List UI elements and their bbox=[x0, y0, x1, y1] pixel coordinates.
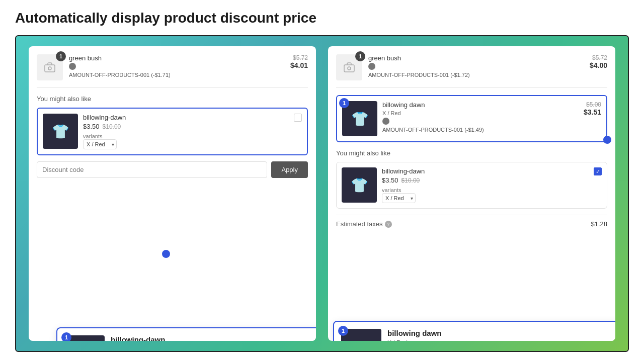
left-upsell-prices: $3.50 $10.00 bbox=[83, 123, 289, 130]
left-upsell-orig: $10.00 bbox=[103, 123, 121, 130]
left-item-name: green bush bbox=[69, 54, 284, 62]
right-highlighted-sale: $3.51 bbox=[584, 108, 601, 116]
right-variant-row: variants X / Red bbox=[382, 187, 589, 203]
left-floating-image-wrap: 👕 1 bbox=[64, 335, 105, 341]
right-upsell-name: billowing-dawn bbox=[382, 167, 589, 175]
taxes-label-text: Estimated taxes bbox=[336, 220, 383, 228]
right-upsell-image: 👕 bbox=[342, 167, 377, 203]
right-upsell-orig: $10.00 bbox=[401, 177, 420, 184]
right-floating-variant-text: X / Red bbox=[387, 339, 612, 341]
right-highlighted-price-col: $5.00 $3.51 bbox=[584, 101, 601, 116]
svg-point-1 bbox=[48, 67, 51, 70]
left-floating-name: billowing-dawn bbox=[111, 335, 311, 341]
right-floating-card: 👕 1 billowing dawn X / Red $5.00 $3.51 A… bbox=[333, 321, 615, 341]
left-discount-tag: AMOUNT-OFF-PRODUCTS-001 (-$1.71) bbox=[69, 72, 284, 78]
right-price-sale: $4.00 bbox=[590, 61, 607, 69]
left-price-sale: $4.01 bbox=[290, 61, 308, 69]
right-discount-tag: AMOUNT-OFF-PRODUCTS-001 (-$1.72) bbox=[368, 72, 584, 78]
jersey-icon-right: 👕 bbox=[351, 177, 368, 194]
right-floating-badge: 1 bbox=[338, 326, 348, 336]
svg-rect-0 bbox=[45, 65, 55, 72]
right-floating-name: billowing dawn bbox=[387, 329, 612, 337]
page-title: Automatically display product discount p… bbox=[15, 10, 629, 26]
right-price-original: $5.72 bbox=[590, 54, 607, 61]
left-variant-label: variants bbox=[83, 133, 117, 139]
right-highlighted-variant: X / Red bbox=[382, 110, 579, 116]
right-panel: 1 green bush AMOUNT-OFF-PRODUCTS-001 (-$… bbox=[328, 46, 615, 341]
svg-point-3 bbox=[348, 67, 351, 70]
jersey-icon-floating-right: 👕 bbox=[353, 341, 370, 341]
left-upsell-name: billowing-dawn bbox=[83, 114, 289, 121]
right-item-name: green bush bbox=[368, 54, 584, 62]
right-variant-select[interactable]: X / Red bbox=[382, 193, 416, 203]
camera-icon bbox=[44, 61, 56, 73]
right-section-title: You might also like bbox=[336, 149, 607, 157]
taxes-label: Estimated taxes ? bbox=[336, 220, 392, 228]
left-floating-details: billowing-dawn $3.50 $10.00 variants X /… bbox=[111, 335, 311, 341]
right-upsell-card[interactable]: 👕 billowing-dawn $3.50 $10.00 variants bbox=[336, 162, 607, 209]
left-price-original: $5.72 bbox=[290, 54, 308, 61]
right-variant-label: variants bbox=[382, 187, 416, 193]
demo-container: 1 green bush AMOUNT-OFF-PRODUCTS-001 (-$… bbox=[15, 35, 629, 352]
right-item-image: 1 bbox=[336, 54, 362, 80]
jersey-icon-right-highlight: 👕 bbox=[351, 111, 369, 127]
taxes-row: Estimated taxes ? $1.28 bbox=[336, 215, 607, 228]
left-upsell-details: billowing-dawn $3.50 $10.00 variants X /… bbox=[83, 114, 289, 149]
left-item-details: green bush AMOUNT-OFF-PRODUCTS-001 (-$1.… bbox=[69, 54, 284, 78]
left-blue-dot bbox=[162, 250, 170, 258]
right-item-badge: 1 bbox=[355, 51, 365, 61]
right-floating-image-wrap: 👕 1 bbox=[341, 329, 381, 341]
camera-icon-right bbox=[343, 61, 355, 73]
right-item-price-col: $5.72 $4.00 bbox=[590, 54, 607, 69]
discount-code-input[interactable] bbox=[37, 161, 267, 178]
left-item-image: 1 bbox=[37, 54, 63, 80]
page-wrapper: Automatically display product discount p… bbox=[0, 0, 644, 362]
jersey-icon-left: 👕 bbox=[52, 123, 69, 140]
right-highlighted-badge: 1 bbox=[339, 98, 349, 108]
left-item-badge: 1 bbox=[56, 51, 66, 61]
right-upsell-details: billowing-dawn $3.50 $10.00 variants X /… bbox=[382, 167, 589, 203]
left-panel: 1 green bush AMOUNT-OFF-PRODUCTS-001 (-$… bbox=[29, 46, 316, 341]
left-floating-card: 👕 1 billowing-dawn $3.50 $10.00 variants bbox=[56, 327, 316, 341]
right-upsell-checkbox[interactable]: ✓ bbox=[594, 167, 602, 175]
left-item-price-col: $5.72 $4.01 bbox=[290, 54, 308, 69]
left-upsell-card[interactable]: 👕 billowing-dawn $3.50 $10.00 variants bbox=[37, 108, 308, 155]
right-select-wrapper[interactable]: X / Red bbox=[382, 193, 416, 203]
right-upsell-sale: $3.50 bbox=[382, 176, 398, 184]
right-item-details: green bush AMOUNT-OFF-PRODUCTS-001 (-$1.… bbox=[368, 54, 584, 78]
left-section-title: You might also like bbox=[37, 95, 308, 103]
left-upsell-image: 👕 bbox=[43, 114, 78, 149]
right-highlighted-orig: $5.00 bbox=[584, 101, 601, 108]
left-cart-item: 1 green bush AMOUNT-OFF-PRODUCTS-001 (-$… bbox=[37, 54, 308, 88]
left-floating-badge: 1 bbox=[61, 332, 71, 341]
right-highlighted-name: billowing dawn bbox=[382, 101, 579, 109]
right-cart-item: 1 green bush AMOUNT-OFF-PRODUCTS-001 (-$… bbox=[336, 54, 607, 88]
left-upsell-sale: $3.50 bbox=[83, 123, 100, 130]
apply-button[interactable]: Apply bbox=[271, 161, 308, 178]
right-upsell-prices: $3.50 $10.00 bbox=[382, 176, 589, 184]
left-select-wrapper[interactable]: X / Red bbox=[83, 139, 117, 149]
info-icon: ? bbox=[385, 221, 392, 228]
taxes-amount: $1.28 bbox=[591, 220, 607, 228]
right-discount-badge-icon bbox=[368, 63, 375, 70]
right-highlighted-badge-icon bbox=[382, 118, 389, 125]
right-blue-dot bbox=[603, 136, 611, 144]
left-discount-row: Apply bbox=[37, 161, 308, 178]
right-highlighted-upsell: 👕 1 billowing dawn X / Red AMOUNT-OFF-PR… bbox=[336, 95, 607, 142]
right-highlighted-discount: AMOUNT-OFF-PRODUCTS-001 (-$1.49) bbox=[382, 127, 579, 133]
right-highlighted-details: billowing dawn X / Red AMOUNT-OFF-PRODUC… bbox=[382, 101, 579, 133]
svg-rect-2 bbox=[344, 65, 354, 72]
left-discount-badge-icon bbox=[69, 63, 76, 70]
right-highlighted-image-wrap: 👕 1 bbox=[342, 101, 377, 136]
left-upsell-checkbox[interactable] bbox=[294, 114, 302, 122]
left-variant-row: variants X / Red bbox=[83, 133, 289, 149]
right-floating-details: billowing dawn X / Red $5.00 $3.51 AMOUN… bbox=[387, 329, 612, 341]
left-variant-select[interactable]: X / Red bbox=[83, 139, 117, 149]
